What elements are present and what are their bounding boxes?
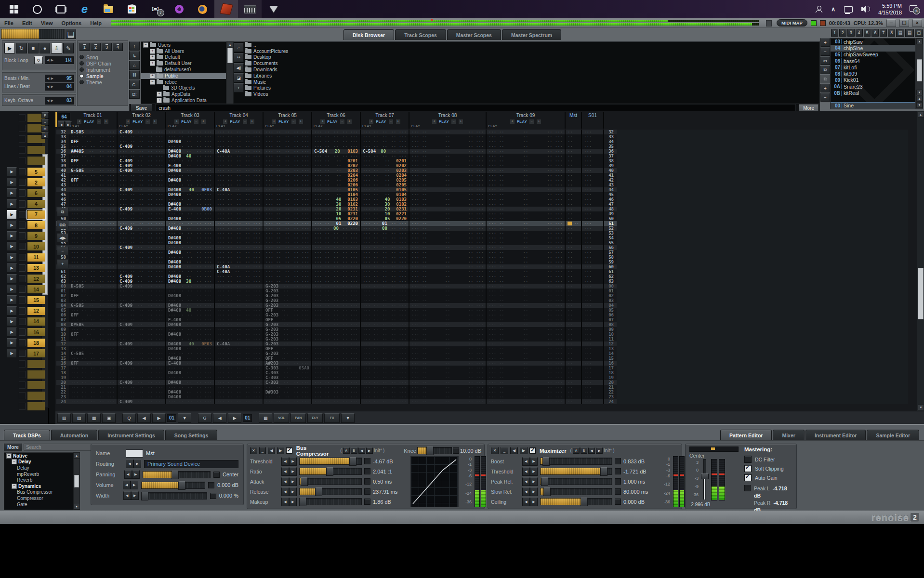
pattern-cell[interactable]: ·· [566,173,582,178]
pattern-cell[interactable]: ··· [582,337,604,342]
maximizer-enabled-checkbox[interactable] [529,447,536,454]
file-item-desktop[interactable]: Desktop [245,54,819,61]
pattern-cell[interactable]: ··· ······ ··· [215,250,264,255]
pattern-cell[interactable]: ··· ······ ··· [409,216,487,221]
slot-mute-checkbox[interactable] [19,211,26,218]
pattern-cell[interactable]: ··· [582,236,604,240]
increment-icon[interactable]: ▶ [530,457,538,466]
pattern-cell[interactable]: ··· ······ ··· [118,337,166,342]
slot-play-icon[interactable]: ▶ [7,285,17,294]
expander-plus-icon[interactable]: + [157,98,162,103]
pattern-cell[interactable]: ·· [566,264,582,269]
pattern-cell[interactable]: ··· ······ ··· [69,342,118,346]
pattern-cell[interactable]: ··· ······ ··· [487,342,566,346]
dsp-more-button[interactable]: More [4,443,22,451]
master-volume-menu-button[interactable]: ▤ [66,29,76,39]
tray-chevron-up-icon[interactable]: ∧ [831,6,835,13]
lpb-value-box[interactable]: ◀▶ 04 [45,83,74,91]
slot-mute-checkbox[interactable] [19,135,26,143]
pattern-cell[interactable]: ··· ······ ··· [361,255,409,260]
dsp-scrollbar[interactable]: ▲ ▼ [73,452,80,510]
pattern-cell[interactable]: ··· ······ ··· [69,308,118,313]
drive-c-button[interactable]: C: [129,80,140,89]
pattern-cell[interactable]: ··· ······ ··· [487,187,566,192]
octave-value-box[interactable]: ◀▶ 03 [45,97,74,105]
pattern-cell[interactable]: ··· [582,274,604,279]
slot-play-icon[interactable]: ▶ [7,253,17,262]
instr-scroll-down-icon[interactable]: ▼ [916,90,923,95]
collapse-track-icon[interactable]: + [369,119,374,124]
pattern-cell[interactable]: ··· ······ ··· [69,144,118,149]
taskbar-firefox-icon[interactable] [191,0,214,18]
pattern-cell[interactable]: ··· [582,245,604,250]
pattern-cell[interactable]: ··· [582,346,604,351]
pattern-cell[interactable]: ··· ······ ··· [409,240,487,245]
pattern-cell[interactable]: ··· ······ ··· [409,375,487,380]
pattern-cell[interactable]: ··· ······ ··· [312,144,361,149]
pattern-cell[interactable]: ··· ······ ··· [118,192,166,197]
pattern-slot-15[interactable]: 15 [27,296,45,304]
minimize-button[interactable]: ─ [886,19,896,27]
pattern-cell[interactable]: ··· ······ ··· [264,231,312,236]
slot-mute-checkbox[interactable] [19,264,26,272]
file-item--[interactable]: .. [245,42,819,48]
pattern-cell[interactable]: D#408···· ··· [166,322,215,327]
bus-compressor-enabled-checkbox[interactable] [286,447,292,454]
instrument-04[interactable]: 04chipSine [831,45,915,51]
expander-plus-icon[interactable]: + [157,92,162,97]
pattern-cell[interactable]: ··· ······ ··· [487,216,566,221]
pattern-cell[interactable]: ··· ······ ··· [264,163,312,168]
pattern-cell[interactable]: ··· ······ ··· [487,264,566,269]
instrument-0B[interactable]: 0BkitReal [831,90,915,96]
pattern-cell[interactable]: ··· ····0205 [361,183,409,187]
pattern-cell[interactable]: ··· ······ ··· [312,390,361,394]
show-folders-icon[interactable]: ◪ [234,73,244,82]
pattern-cell[interactable]: ··· [582,361,604,366]
check-auto-gain[interactable]: Auto Gain [744,473,792,482]
pattern-cell[interactable]: ··· ······ ··· [409,289,487,293]
pattern-cell[interactable]: ··· ······ ··· [118,149,166,154]
instrument-06[interactable]: 06bass64 [831,58,915,64]
tab-instrument-settings[interactable]: Instrument Settings [98,430,164,440]
pattern-cell[interactable]: ··· ······ ··· [487,183,566,187]
pattern-slot-6[interactable]: 6 [27,189,45,197]
param-automation-checkbox[interactable] [615,499,621,505]
param-automation-checkbox[interactable] [364,468,370,474]
pattern-cell[interactable]: ··· ······ ··· [487,346,566,351]
menu-view[interactable]: View [37,20,57,26]
pattern-cell[interactable]: ··· ······ ··· [409,221,487,226]
pattern-cell[interactable]: ··· [582,390,604,394]
add-lower-button[interactable]: + [820,84,830,92]
pattern-slot-5[interactable]: 5 [27,168,45,176]
instrument-03[interactable]: 03chipSaw [831,39,915,45]
pattern-cell[interactable]: ··· ······ ··· [166,366,215,370]
pattern-cell[interactable]: ··· ······ ··· [215,245,264,250]
pattern-cell[interactable]: C-303··05A0 [264,366,312,370]
pattern-cell[interactable]: ··· ······ ··· [118,298,166,303]
pattern-cell[interactable]: ··· ······ ··· [487,313,566,317]
pattern-cell[interactable]: ··· ······ ··· [215,236,264,240]
instrument-0A[interactable]: 0ASnare23 [831,83,915,90]
pattern-cell[interactable]: ··· ······ ··· [166,255,215,260]
expander-minus-icon[interactable]: − [150,79,155,85]
pattern-slot-13[interactable]: 13 [27,264,45,272]
taskbar-mail-icon[interactable]: ✉7 [144,0,167,18]
slot-play-icon[interactable]: ▶ [7,338,17,347]
remove-column-icon[interactable]: − [529,119,534,124]
pattern-slot-2[interactable]: 2 [27,178,45,186]
dsp-item-delay[interactable]: Delay [4,465,73,471]
pattern-cell[interactable]: ··· ······ ··· [215,130,264,134]
pattern-cell[interactable]: ·· [566,366,582,370]
pattern-cell[interactable]: ··· ······ ··· [69,394,118,399]
pattern-cell[interactable]: ··· ······ ··· [361,139,409,144]
pattern-cell[interactable]: ··· ······ ··· [215,207,264,211]
pattern-cell[interactable]: ··· ······ ··· [215,366,264,370]
pattern-cell[interactable]: ··· ······ ··· [69,187,118,192]
pattern-cell[interactable]: ··· ······ ··· [118,216,166,221]
maximizer-move-right-icon[interactable]: ▶ [520,447,528,454]
pattern-cell[interactable]: ·· [566,346,582,351]
instrument-preset-6[interactable]: 6 [871,29,879,37]
pattern-cell[interactable]: ··· ······ ··· [487,332,566,337]
loop-button[interactable]: ↻ [16,43,26,53]
pattern-cell[interactable]: C-409···· ··· [118,274,166,279]
